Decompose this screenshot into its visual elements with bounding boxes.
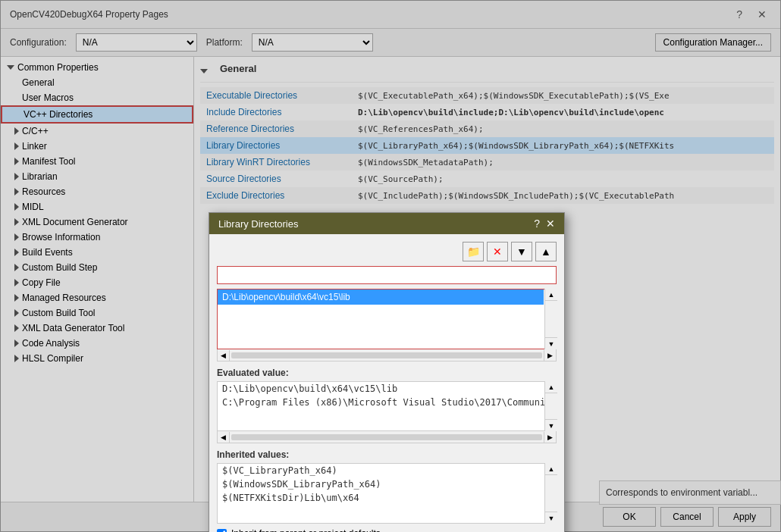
- evaluated-hscrollbar: ◀ ▶: [217, 431, 557, 443]
- folder-icon: 📁: [467, 246, 480, 258]
- inherited-label: Inherited values:: [217, 449, 557, 460]
- dialog-title-bar: Library Directories ? ✕: [209, 213, 564, 234]
- inherit-checkbox-row: Inherit from parent or project defaults: [217, 528, 557, 532]
- evaluated-item: D:\Lib\opencv\build\x64\vc15\lib: [218, 382, 544, 396]
- dialog-overlay: Library Directories ? ✕ 📁 ✕ ▼ ▲: [0, 0, 781, 532]
- hscroll-thumb: [231, 352, 542, 358]
- inherit-checkbox[interactable]: [217, 529, 227, 533]
- evaluated-list: D:\Lib\opencv\build\x64\vc15\lib C:\Prog…: [217, 381, 557, 431]
- inherited-container: $(VC_LibraryPath_x64) $(WindowsSDK_Libra…: [217, 463, 557, 524]
- scroll-left-btn[interactable]: ◀: [218, 350, 230, 361]
- dialog-move-down-button[interactable]: ▼: [511, 242, 532, 261]
- dialog-list[interactable]: D:\Lib\opencv\build\x64\vc15\lib: [217, 289, 557, 349]
- scroll-down-btn[interactable]: ▼: [545, 337, 557, 349]
- evaluated-vscrollbar: ▲ ▼: [544, 381, 557, 431]
- delete-icon: ✕: [493, 246, 502, 258]
- dialog-title-text: Library Directories: [218, 218, 298, 230]
- list-item[interactable]: D:\Lib\opencv\build\x64\vc15\lib: [218, 289, 544, 305]
- evaluated-container: D:\Lib\opencv\build\x64\vc15\lib C:\Prog…: [217, 381, 557, 431]
- dialog-folder-button[interactable]: 📁: [463, 242, 484, 261]
- dialog-toolbar: 📁 ✕ ▼ ▲: [217, 242, 557, 261]
- dialog-delete-button[interactable]: ✕: [487, 242, 508, 261]
- dialog-path-input[interactable]: [217, 266, 557, 284]
- dialog-input-row: [217, 266, 557, 284]
- dialog-move-up-button[interactable]: ▲: [535, 242, 557, 261]
- inherited-item: $(NETFXKitsDir)Lib\um\x64: [218, 491, 544, 505]
- inherit-checkbox-label: Inherit from parent or project defaults: [231, 528, 381, 532]
- dialog-vscrollbar: ▲ ▼: [544, 289, 557, 349]
- inh-scroll-down[interactable]: ▼: [545, 512, 557, 524]
- dialog-title-controls: ? ✕: [534, 217, 555, 230]
- arrow-up-icon: ▲: [541, 246, 551, 258]
- eval-scroll-right[interactable]: ▶: [544, 432, 556, 443]
- inherited-list: $(VC_LibraryPath_x64) $(WindowsSDK_Libra…: [217, 463, 557, 524]
- arrow-down-icon: ▼: [516, 246, 527, 258]
- library-directories-dialog: Library Directories ? ✕ 📁 ✕ ▼ ▲: [209, 212, 565, 532]
- inherited-vscrollbar: ▲ ▼: [544, 463, 557, 524]
- evaluated-item: C:\Program Files (x86)\Microsoft Visual …: [218, 396, 544, 409]
- scroll-right-btn[interactable]: ▶: [544, 350, 556, 361]
- scroll-up-btn[interactable]: ▲: [545, 289, 557, 301]
- dialog-hscrollbar: ◀ ▶: [217, 349, 557, 361]
- dialog-help-button[interactable]: ?: [534, 217, 540, 230]
- eval-scroll-down[interactable]: ▼: [545, 419, 557, 431]
- list-item[interactable]: [218, 305, 544, 320]
- dialog-list-container: D:\Lib\opencv\build\x64\vc15\lib ▲ ▼: [217, 289, 557, 349]
- inh-scroll-up[interactable]: ▲: [545, 463, 557, 475]
- eval-scroll-up[interactable]: ▲: [545, 381, 557, 393]
- eval-hscroll-thumb: [231, 434, 542, 440]
- inherited-item: $(WindowsSDK_LibraryPath_x64): [218, 477, 544, 491]
- dialog-body: 📁 ✕ ▼ ▲ D:\Lib\opencv\build\x64\vc: [209, 234, 564, 532]
- evaluated-label: Evaluated value:: [217, 368, 557, 378]
- dialog-close-button[interactable]: ✕: [546, 217, 555, 230]
- inherited-item: $(VC_LibraryPath_x64): [218, 464, 544, 477]
- eval-scroll-left[interactable]: ◀: [218, 432, 230, 443]
